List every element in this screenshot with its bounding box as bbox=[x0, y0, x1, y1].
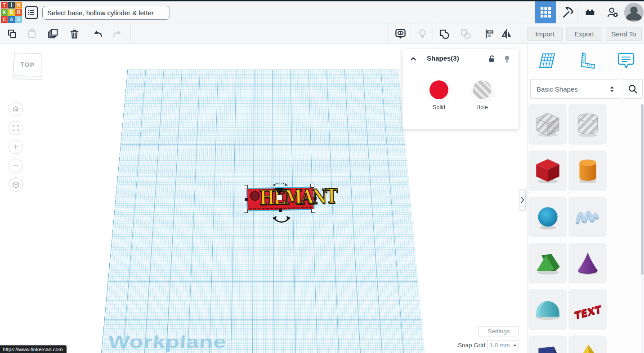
snap-grid-select[interactable]: 1.0 mm bbox=[487, 340, 519, 350]
solid-label: Solid bbox=[423, 104, 455, 110]
align-button[interactable] bbox=[483, 27, 496, 40]
unlock-icon bbox=[487, 54, 496, 63]
status-url-text: https://www.tinkercad.com bbox=[3, 347, 63, 352]
send-to-button[interactable]: Send To bbox=[606, 27, 642, 41]
redo-button[interactable] bbox=[111, 27, 124, 40]
zoom-in-button[interactable] bbox=[9, 140, 23, 154]
scale-handle-top-left[interactable] bbox=[244, 185, 248, 189]
select-arrows-icon bbox=[610, 86, 614, 92]
shape-tile-box-hole[interactable] bbox=[528, 104, 567, 145]
scale-handle-right[interactable] bbox=[313, 197, 317, 200]
workplane-icon bbox=[536, 51, 556, 71]
scale-handle-left[interactable] bbox=[245, 198, 248, 201]
lightbulb-icon bbox=[503, 54, 511, 64]
sidebar-tools bbox=[528, 47, 644, 74]
keychain-hole bbox=[250, 191, 260, 201]
notes-tool-button[interactable] bbox=[615, 49, 637, 72]
logo-letter: D bbox=[15, 16, 22, 23]
height-handle-square[interactable] bbox=[277, 194, 282, 200]
avatar bbox=[624, 3, 644, 22]
logo-letter: I bbox=[8, 2, 15, 9]
hole-option[interactable]: Hole bbox=[466, 80, 498, 110]
undo-button[interactable] bbox=[91, 27, 104, 40]
copy-button[interactable] bbox=[6, 27, 18, 40]
tinkercad-logo[interactable]: T I N K E R C A D bbox=[1, 2, 22, 23]
export-button[interactable]: Export bbox=[566, 27, 602, 41]
visibility-bulb-button[interactable] bbox=[501, 53, 512, 64]
rotate-handle-front[interactable] bbox=[273, 216, 291, 225]
inspector-header: Shapes(3) bbox=[402, 49, 519, 68]
snap-grid-label: Snap Grid bbox=[458, 342, 485, 349]
view-cube-top-label: TOP bbox=[20, 61, 35, 69]
logo-letter: K bbox=[1, 9, 8, 16]
duplicate-button[interactable] bbox=[47, 27, 59, 40]
logo-letter: N bbox=[15, 2, 22, 9]
header-bar: T I N K E R C A D bbox=[0, 1, 644, 23]
chevron-right-icon bbox=[520, 196, 524, 203]
fit-view-button[interactable] bbox=[9, 121, 23, 135]
import-button[interactable]: Import bbox=[527, 27, 563, 41]
delete-button[interactable] bbox=[68, 27, 80, 40]
logo-letter: A bbox=[8, 16, 15, 23]
view-cube[interactable]: TOP bbox=[13, 53, 41, 77]
notes-icon bbox=[617, 51, 635, 71]
snap-grid-value: 1.0 mm bbox=[489, 342, 510, 349]
logo-letter: T bbox=[1, 2, 8, 9]
collapse-panel-button[interactable] bbox=[408, 53, 419, 64]
3d-viewport[interactable]: Workplane TOP HEMANT bbox=[0, 44, 527, 353]
hide-selected-button[interactable] bbox=[416, 27, 429, 40]
shape-search-button[interactable] bbox=[623, 79, 643, 99]
show-all-button[interactable] bbox=[394, 27, 407, 40]
lock-button[interactable] bbox=[486, 53, 497, 64]
shape-tile-box[interactable] bbox=[528, 150, 567, 191]
dashboard-grid-button[interactable] bbox=[535, 1, 556, 23]
shapes-inspector-panel: Shapes(3) bbox=[402, 49, 519, 129]
mirror-button[interactable] bbox=[500, 27, 513, 40]
group-button[interactable] bbox=[438, 27, 450, 40]
shape-tile-cone[interactable] bbox=[568, 243, 607, 283]
logo-letter: R bbox=[15, 9, 22, 16]
minecraft-button[interactable] bbox=[556, 1, 578, 23]
shape-tile-wedge[interactable] bbox=[528, 335, 567, 353]
zoom-out-button[interactable] bbox=[9, 159, 23, 173]
rotate-handle-top[interactable] bbox=[272, 181, 288, 186]
shape-tile-sphere[interactable] bbox=[528, 197, 567, 237]
shape-tile-text[interactable]: TEXT TEXT bbox=[568, 289, 607, 330]
home-view-button[interactable] bbox=[9, 102, 23, 116]
workplane-grid[interactable]: Workplane bbox=[101, 70, 425, 353]
settings-button[interactable]: Settings bbox=[479, 326, 519, 336]
ungroup-button[interactable] bbox=[459, 27, 472, 40]
shape-tile-cylinder-hole[interactable] bbox=[568, 104, 607, 145]
account-avatar-button[interactable] bbox=[623, 1, 644, 23]
scale-handle-bottom[interactable] bbox=[279, 209, 282, 212]
logo-letter: E bbox=[8, 9, 15, 16]
scale-handle-bottom-right[interactable] bbox=[311, 209, 315, 213]
gallery-scrollbar-track bbox=[641, 104, 644, 353]
shape-tile-roof[interactable] bbox=[528, 243, 567, 283]
design-name-input[interactable] bbox=[42, 6, 170, 20]
list-menu-icon bbox=[27, 9, 36, 17]
shape-category-select[interactable]: Basic Shapes bbox=[530, 79, 620, 99]
invite-people-button[interactable] bbox=[601, 1, 623, 23]
solid-option[interactable]: Solid bbox=[423, 80, 455, 110]
brick-icon bbox=[584, 6, 596, 19]
shape-tile-scribble[interactable] bbox=[568, 197, 607, 237]
gallery-scrollbar-thumb[interactable] bbox=[641, 104, 644, 275]
keychain-text: HEMANT bbox=[259, 185, 317, 209]
ruler-icon bbox=[576, 51, 596, 71]
scale-handle-bottom-left[interactable] bbox=[244, 209, 248, 213]
paste-button[interactable] bbox=[26, 27, 38, 40]
scale-handle-top-right[interactable] bbox=[310, 184, 314, 188]
lego-button[interactable] bbox=[578, 1, 601, 23]
perspective-toggle-button[interactable] bbox=[9, 177, 23, 192]
shape-tile-round-roof[interactable] bbox=[528, 289, 567, 330]
ruler-tool-button[interactable] bbox=[575, 49, 597, 72]
sidebar-collapse-handle[interactable] bbox=[519, 189, 526, 211]
shape-tile-pyramid[interactable] bbox=[568, 335, 607, 353]
shape-tile-cylinder[interactable] bbox=[568, 150, 607, 191]
inspector-title: Shapes(3) bbox=[427, 54, 459, 62]
design-menu-button[interactable] bbox=[25, 6, 38, 19]
workplane-tool-button[interactable] bbox=[535, 49, 557, 72]
chevron-up-icon bbox=[410, 55, 417, 62]
solid-swatch bbox=[429, 80, 448, 99]
